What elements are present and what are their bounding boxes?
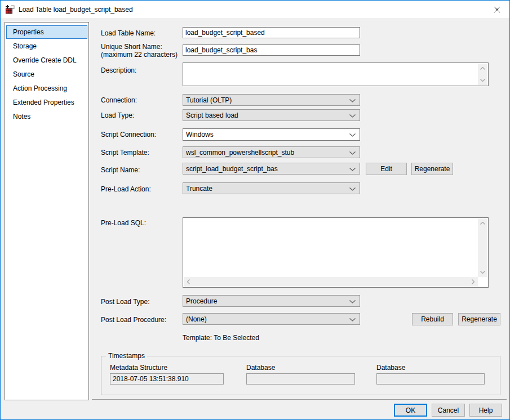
pre-load-action-label: Pre-Load Action: xyxy=(101,185,151,193)
chevron-down-icon xyxy=(349,300,356,303)
load-table-dialog: Load Table load_budget_script_based Prop… xyxy=(0,0,510,420)
window-title: Load Table load_budget_script_based xyxy=(19,6,133,14)
template-status-text: Template: To Be Selected xyxy=(183,334,259,342)
post-load-procedure-value: (None) xyxy=(186,315,207,323)
post-load-procedure-select[interactable]: (None) xyxy=(183,313,360,325)
database-timestamp-value-1 xyxy=(246,373,355,385)
pre-load-action-select[interactable]: Truncate xyxy=(183,182,360,194)
scroll-right-icon[interactable] xyxy=(468,277,478,287)
pre-load-sql-label: Pre-Load SQL: xyxy=(101,219,146,227)
footer-divider xyxy=(92,399,507,400)
description-textarea[interactable] xyxy=(183,62,489,86)
load-type-label: Load Type: xyxy=(101,111,134,119)
script-name-select[interactable]: script_load_budget_script_bas xyxy=(183,163,360,175)
sidebar-item-storage[interactable]: Storage xyxy=(6,39,87,53)
ok-button[interactable]: OK xyxy=(394,404,427,417)
sidebar-item-notes[interactable]: Notes xyxy=(6,110,87,123)
script-connection-value: Windows xyxy=(186,131,214,138)
load-type-value: Script based load xyxy=(186,111,238,119)
load-table-name-label: Load Table Name: xyxy=(101,29,156,37)
chevron-down-icon xyxy=(349,187,356,191)
database-timestamp-value-2 xyxy=(376,373,485,385)
scroll-down-icon[interactable] xyxy=(478,75,487,85)
scroll-up-icon[interactable] xyxy=(478,64,487,73)
title-bar: Load Table load_budget_script_based xyxy=(1,1,509,18)
pre-load-sql-textarea[interactable] xyxy=(183,217,489,288)
load-table-name-input[interactable] xyxy=(183,27,360,38)
sidebar-item-properties[interactable]: Properties xyxy=(6,25,87,39)
pre-load-action-value: Truncate xyxy=(186,185,212,193)
connection-select[interactable]: Tutorial (OLTP) xyxy=(183,94,360,106)
script-name-value: script_load_budget_script_bas xyxy=(186,165,278,173)
script-template-select[interactable]: wsl_common_powershellscript_stub xyxy=(183,146,360,158)
unique-short-name-label: Unique Short Name: xyxy=(101,43,162,51)
cancel-button[interactable]: Cancel xyxy=(432,404,465,417)
scroll-left-icon[interactable] xyxy=(184,277,193,287)
scroll-down-icon[interactable] xyxy=(478,267,487,277)
script-template-label: Script Template: xyxy=(101,149,149,157)
timestamps-group-label: Timestamps xyxy=(106,352,147,360)
pre-load-sql-horizontal-scrollbar[interactable] xyxy=(184,277,478,287)
chevron-down-icon xyxy=(349,151,356,155)
unique-short-name-sublabel: (maximum 22 characters) xyxy=(101,51,178,59)
edit-script-button[interactable]: Edit xyxy=(366,163,407,175)
connection-label: Connection: xyxy=(101,96,137,104)
metadata-structure-label: Metadata Structure xyxy=(110,364,167,372)
help-button[interactable]: Help xyxy=(469,404,502,417)
close-icon xyxy=(494,6,500,13)
sidebar-nav: Properties Storage Override Create DDL S… xyxy=(5,22,89,400)
unique-short-name-input[interactable] xyxy=(183,44,360,56)
post-load-type-label: Post Load Type: xyxy=(101,298,150,306)
post-load-type-value: Procedure xyxy=(186,297,217,305)
pre-load-sql-vertical-scrollbar[interactable] xyxy=(478,218,487,277)
chevron-down-icon xyxy=(349,318,356,321)
script-connection-select[interactable]: Windows xyxy=(183,128,360,141)
script-template-value: wsl_common_powershellscript_stub xyxy=(186,149,294,157)
sidebar-item-override-create-ddl[interactable]: Override Create DDL xyxy=(6,53,87,67)
database-timestamp-label-2: Database xyxy=(376,364,405,372)
post-load-procedure-label: Post Load Procedure: xyxy=(101,316,166,324)
sidebar-item-action-processing[interactable]: Action Processing xyxy=(6,82,87,95)
load-type-select[interactable]: Script based load xyxy=(183,109,360,121)
timestamps-groupbox: Timestamps Metadata Structure Database D… xyxy=(101,356,500,395)
chevron-down-icon xyxy=(349,133,356,137)
script-connection-label: Script Connection: xyxy=(101,131,156,138)
database-timestamp-label-1: Database xyxy=(246,364,275,372)
rebuild-procedure-button[interactable]: Rebuild xyxy=(412,313,453,325)
metadata-structure-value xyxy=(110,373,224,385)
regenerate-script-button[interactable]: Regenerate xyxy=(411,163,453,175)
chevron-down-icon xyxy=(349,168,356,171)
chevron-down-icon xyxy=(349,99,356,102)
sidebar-item-extended-properties[interactable]: Extended Properties xyxy=(6,96,87,109)
description-vertical-scrollbar[interactable] xyxy=(478,64,487,85)
connection-value: Tutorial (OLTP) xyxy=(186,96,232,104)
close-button[interactable] xyxy=(484,1,509,18)
script-name-label: Script Name: xyxy=(101,166,140,174)
scroll-up-icon[interactable] xyxy=(478,218,487,228)
sidebar-item-source[interactable]: Source xyxy=(6,68,87,81)
regenerate-procedure-button[interactable]: Regenerate xyxy=(458,313,500,325)
description-label: Description: xyxy=(101,66,136,74)
post-load-type-select[interactable]: Procedure xyxy=(183,295,360,307)
load-table-icon xyxy=(6,5,15,14)
chevron-down-icon xyxy=(349,114,356,118)
